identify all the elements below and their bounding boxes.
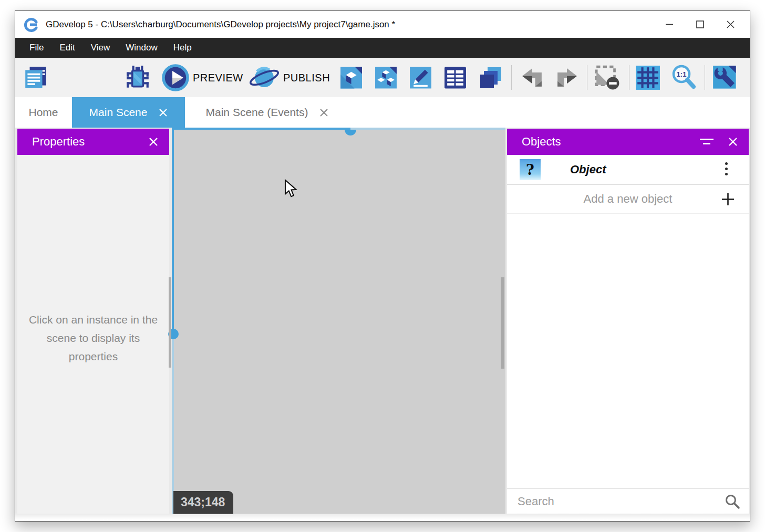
gdevelop-logo-icon [23, 17, 39, 33]
grid-icon [635, 65, 660, 90]
tab-close-icon[interactable] [319, 108, 328, 117]
properties-panel: Properties Click on an instance in the s… [17, 129, 169, 514]
objects-panel-empty-space [507, 214, 749, 488]
minimize-button[interactable] [654, 11, 685, 38]
game-window-top-border [172, 128, 505, 130]
close-panel-icon[interactable] [728, 137, 738, 149]
search-bar [507, 488, 749, 514]
mask-icon [594, 65, 621, 91]
zoom-original-button[interactable]: 1:1 [670, 64, 698, 92]
undo-icon [521, 68, 544, 88]
objects-groups-button[interactable] [374, 66, 398, 89]
toolbar-separator [629, 65, 629, 90]
add-object-icon [339, 66, 363, 89]
menu-window[interactable]: Window [118, 38, 165, 58]
wrench-icon [712, 65, 738, 91]
objects-groups-icon [374, 66, 398, 89]
menu-view[interactable]: View [83, 38, 118, 58]
title-bar: GDevelop 5 - C:\Users\charburg\Documents… [15, 11, 750, 38]
main-area: Properties Click on an instance in the s… [15, 128, 750, 521]
game-window-left-border [172, 128, 174, 514]
filter-icon[interactable] [699, 138, 714, 148]
project-manager-button[interactable] [23, 65, 49, 91]
publish-planet-icon [249, 64, 281, 91]
preview-button[interactable] [161, 64, 190, 92]
layers-icon [478, 65, 503, 90]
objects-panel-title: Objects [522, 135, 561, 149]
mouse-cursor-icon [284, 179, 297, 199]
close-panel-icon[interactable] [148, 137, 159, 149]
tab-main-scene[interactable]: Main Scene [72, 97, 185, 128]
redo-button[interactable] [555, 68, 578, 88]
canvas-scrollbar-thumb[interactable] [501, 277, 504, 369]
properties-empty-message: Click on an instance in the scene to dis… [26, 310, 161, 366]
add-object-label: Add a new object [584, 192, 673, 206]
tab-label: Main Scene (Events) [206, 106, 308, 119]
objects-list-button[interactable] [443, 66, 467, 89]
search-icon[interactable] [725, 494, 740, 512]
toolbar-separator [511, 65, 512, 90]
edit-scene-properties-button[interactable] [409, 66, 432, 89]
window-bottom-fade [15, 513, 750, 521]
toolbar-separator [705, 65, 705, 90]
tab-close-icon[interactable] [159, 108, 168, 117]
menu-edit[interactable]: Edit [51, 38, 82, 58]
app-window: GDevelop 5 - C:\Users\charburg\Documents… [15, 11, 750, 521]
properties-panel-header: Properties [17, 129, 169, 155]
toggle-grid-button[interactable] [635, 65, 660, 90]
edit-properties-icon [409, 66, 432, 89]
properties-panel-title: Properties [32, 135, 85, 149]
add-object-button[interactable] [339, 66, 363, 89]
tab-label: Main Scene [89, 106, 148, 119]
toolbar-separator [587, 65, 587, 90]
undo-button[interactable] [521, 68, 544, 88]
zoom-ratio-label: 1:1 [674, 70, 689, 78]
tab-home[interactable]: Home [21, 97, 66, 128]
project-manager-icon [23, 65, 49, 91]
debugger-icon [125, 65, 151, 91]
publish-label[interactable]: PUBLISH [283, 71, 330, 84]
debugger-button[interactable] [125, 65, 151, 91]
publish-button[interactable] [249, 64, 281, 91]
plus-icon[interactable] [721, 192, 735, 208]
menu-help[interactable]: Help [166, 38, 200, 58]
add-object-row[interactable]: Add a new object [507, 185, 749, 214]
properties-panel-body: Click on an instance in the scene to dis… [17, 155, 169, 514]
object-name: Object [570, 163, 606, 176]
search-input[interactable] [518, 495, 712, 508]
kebab-menu-icon[interactable] [725, 162, 728, 175]
menu-bar: File Edit View Window Help [15, 38, 750, 58]
window-title: GDevelop 5 - C:\Users\charburg\Documents… [46, 19, 395, 30]
question-mark-icon: ? [520, 159, 541, 180]
toggle-mask-button[interactable] [594, 65, 621, 91]
resize-handle-top[interactable] [345, 130, 356, 135]
close-button[interactable] [715, 11, 746, 38]
toolbar: PREVIEW PUBLISH [15, 58, 750, 97]
objects-panel: Objects ? Object Add a new object [507, 129, 749, 514]
preview-label[interactable]: PREVIEW [193, 71, 243, 84]
properties-scrollbar-thumb[interactable] [169, 277, 171, 368]
objects-list-icon [443, 66, 467, 89]
tab-bar: Home Main Scene Main Scene (Events) [15, 97, 750, 128]
tab-label: Home [28, 106, 58, 119]
objects-panel-header: Objects [507, 129, 749, 155]
setup-tools-button[interactable] [712, 65, 738, 91]
object-list-item[interactable]: ? Object [507, 155, 749, 185]
cursor-coordinates-badge: 343;148 [173, 491, 233, 514]
preview-play-icon [161, 64, 190, 92]
scene-editor-canvas[interactable]: 343;148 [172, 130, 505, 514]
maximize-button[interactable] [685, 11, 715, 38]
redo-icon [555, 68, 578, 88]
menu-file[interactable]: File [22, 38, 51, 58]
layers-button[interactable] [478, 65, 503, 90]
tab-main-scene-events[interactable]: Main Scene (Events) [185, 97, 349, 128]
